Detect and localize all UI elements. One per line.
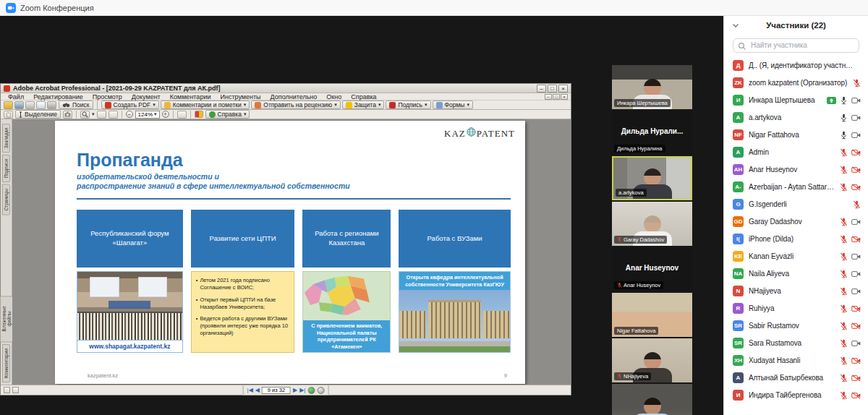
participant-row[interactable]: A a.artykova — [724, 109, 868, 127]
menu-item[interactable]: Просмотр — [88, 93, 127, 100]
mic-status-icon — [840, 304, 848, 313]
toolbar-file-icon[interactable] — [47, 101, 56, 109]
toolbar-dropdown-button[interactable]: Комментарии и пометки ▾ — [161, 100, 250, 109]
sidebar-tab[interactable]: Вложенные файлы — [0, 296, 13, 342]
acrobat-titlebar[interactable]: Adobe Acrobat Professional - [2021-09-29… — [1, 84, 571, 93]
previous-page-button[interactable]: ◀ — [255, 387, 260, 393]
third-party-plugin-icon[interactable] — [195, 111, 203, 118]
search-input[interactable] — [733, 38, 859, 53]
participant-row[interactable]: KE Kanan Eyvazli — [724, 248, 868, 265]
menu-item[interactable]: Инструменты — [216, 93, 265, 100]
snapshot-tool-icon[interactable] — [63, 111, 72, 119]
page-number-field[interactable] — [262, 387, 291, 394]
participant-row[interactable]: SR Sabir Rustamov — [724, 317, 868, 335]
sidebar-tab[interactable]: Закладки — [2, 124, 10, 153]
help-button[interactable]: Справка ▾ — [205, 110, 250, 119]
zoom-level-field[interactable]: 124% ▾ — [135, 111, 160, 119]
next-page-button[interactable]: ▶ — [293, 387, 297, 393]
video-tile[interactable]: Anar Huseynov Anar Huseynov — [612, 247, 692, 291]
participant-row[interactable]: NA Naila Aliyeva — [724, 265, 868, 283]
doc-restore-icon[interactable]: □ — [553, 94, 560, 100]
previous-view-button[interactable] — [307, 387, 315, 394]
participant-row[interactable]: A Admin — [724, 144, 868, 161]
toolbar-dropdown-button[interactable]: Подпись ▾ — [386, 100, 430, 109]
hand-tool-icon[interactable] — [4, 111, 13, 119]
participant-row[interactable]: Д Д.. (Я, идентификатор участника: 44784… — [724, 57, 868, 74]
video-tile[interactable]: Garay Dadashov — [612, 202, 692, 246]
menu-item[interactable]: Редактирование — [29, 93, 88, 100]
participant-row[interactable]: ZK zoom kazpatent (Организатор) — [724, 74, 868, 92]
first-page-button[interactable]: |◀ — [247, 387, 253, 393]
sidebar-tab[interactable]: Подписи — [2, 155, 10, 182]
participant-row[interactable]: A Алтынай Батырбекова — [724, 369, 868, 387]
restore-button[interactable]: □ — [548, 85, 557, 93]
toolbar-file-icon[interactable] — [36, 101, 46, 109]
chevron-down-icon[interactable] — [731, 21, 740, 30]
participant-row[interactable]: XH Xudayat Hasanli — [724, 352, 868, 369]
participant-row[interactable]: A- Azerbaijan - Aytan Sattarzada — [724, 179, 868, 196]
projection-screen — [90, 277, 119, 297]
participant-name: Индира Тайбергенова — [749, 391, 835, 399]
video-tile[interactable]: NHajiyeva — [612, 338, 692, 382]
avatar: A — [733, 112, 744, 123]
last-page-button[interactable]: ▶| — [299, 387, 305, 393]
participant-name: Д.. (Я, идентификатор участника: 447846) — [749, 61, 856, 69]
next-view-button[interactable] — [317, 387, 324, 394]
participant-row[interactable]: G G.İsgenderli — [724, 196, 868, 213]
video-tile[interactable]: Nigar Fattahova — [612, 293, 692, 337]
column-regions: Работа с регионами Казахстана — [302, 210, 391, 353]
sidebar-tab[interactable]: Страницы — [2, 184, 10, 215]
toolbar-file-icon[interactable] — [14, 101, 24, 109]
ibeam-icon — [19, 111, 22, 118]
menu-item[interactable]: Дополнительно — [266, 93, 322, 100]
participant-row[interactable]: AH Anar Huseynov — [724, 161, 868, 179]
avatar: AH — [733, 164, 744, 175]
participant-row[interactable]: N NHajiyeva — [724, 283, 868, 300]
toolbar-file-icon[interactable] — [4, 101, 13, 109]
toolbar-dropdown-button[interactable]: Защита ▾ — [342, 100, 385, 109]
video-tile[interactable]: Дильда Нурали... Дильда Нуралина — [612, 111, 692, 155]
participant-row[interactable]: GD Garay Dadashov — [724, 213, 868, 231]
participant-name: Kanan Eyvazli — [749, 252, 835, 260]
participant-row[interactable]: SR Sara Rustamova — [724, 335, 868, 352]
avatar: И — [733, 95, 744, 106]
close-button[interactable]: × — [558, 85, 568, 93]
document-window-controls[interactable]: – □ × — [545, 94, 568, 100]
zoom-in-button[interactable]: + — [162, 111, 169, 118]
minimize-button[interactable]: – — [537, 85, 546, 93]
video-tile[interactable]: Kanan Eyvazli — [612, 384, 692, 415]
zoom-out-button[interactable]: – — [126, 111, 133, 118]
menu-item[interactable]: Документ — [127, 93, 165, 100]
menu-item[interactable]: Справка — [346, 93, 380, 100]
page-layout-icon[interactable] — [177, 111, 187, 119]
menu-item[interactable]: Комментарии — [166, 93, 216, 100]
search-button[interactable]: Поиск — [59, 100, 93, 109]
toolbar-dropdown-button[interactable]: Формы ▾ — [433, 100, 473, 109]
camera-status-icon — [851, 236, 861, 243]
continuous-view-icon[interactable] — [12, 387, 19, 393]
document-area[interactable]: KAZ PATENT Пропаганда изобретательской д… — [12, 119, 571, 385]
chevron-down-icon[interactable]: ▾ — [92, 111, 95, 117]
participant-row[interactable]: R Ruhiyya — [724, 300, 868, 317]
single-page-view-icon[interactable] — [4, 387, 10, 393]
participant-row[interactable]: И Индира Тайбергенова — [724, 387, 868, 404]
video-tile[interactable]: a.artykova — [612, 156, 692, 200]
doc-minimize-icon[interactable]: – — [545, 94, 552, 100]
kazpatent-logo: KAZ PATENT — [444, 127, 515, 140]
menu-item[interactable]: Файл — [4, 93, 28, 100]
zoom-tool-icon[interactable] — [80, 111, 90, 119]
fit-page-icon[interactable] — [109, 111, 118, 119]
avatar: SR — [733, 320, 744, 331]
actual-size-icon[interactable] — [97, 111, 106, 119]
participant-row[interactable]: NF Nigar Fattahova — [724, 127, 868, 144]
participant-row[interactable]: И Инкара Шертышева — [724, 92, 868, 109]
doc-close-icon[interactable]: × — [561, 94, 568, 100]
sidebar-tab[interactable]: Комментарии — [2, 344, 10, 382]
toolbar-file-icon[interactable] — [25, 101, 35, 109]
toolbar-dropdown-button[interactable]: Отправить на рецензию ▾ — [251, 100, 340, 109]
video-tile[interactable]: Инкара Шертышева — [612, 65, 692, 109]
toolbar-dropdown-button[interactable]: Создать PDF ▾ — [101, 100, 159, 109]
menu-item[interactable]: Окно — [322, 93, 346, 100]
participant-row[interactable]: I( iPhone (Dilda) — [724, 231, 868, 248]
selection-tool-button[interactable]: Выделение — [15, 110, 61, 119]
